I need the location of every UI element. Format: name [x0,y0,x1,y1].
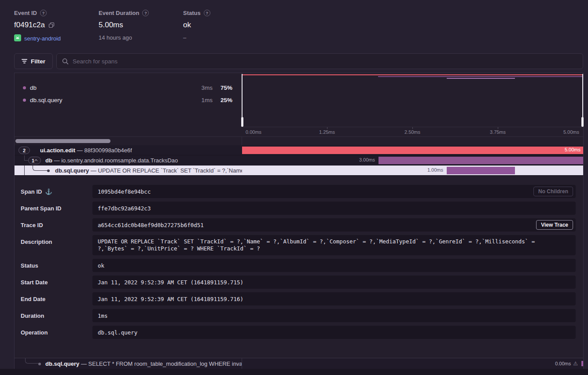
project-link[interactable]: sentry-android [24,35,61,42]
viewport-handle-left[interactable] [242,74,243,127]
span-details: Span ID ⚓ 1095bd4ef8e94bcc No Children P… [15,176,583,358]
detail-row-duration: Duration 1ms [15,309,583,322]
event-id-column: Event ID ? f0491c2a sentry-android [14,10,99,43]
event-duration-value: 5.00ms [99,21,123,29]
legend-row-db[interactable]: db 3ms 75% [15,81,242,94]
android-platform-icon [14,34,21,43]
span-row-select-query[interactable]: db.sql.query — SELECT * FROM room_table_… [15,358,583,369]
span-dot [38,363,41,365]
event-header: Event ID ? f0491c2a sentry-android Event… [14,10,210,43]
help-icon[interactable]: ? [204,10,210,16]
trace-overview: db 3ms 75% db.sql.query 1ms 25% 0.00ms 1… [15,73,583,136]
status-sub: – [183,34,186,41]
span-tree: 2 ui.action.edit — 88f300998a0b4e6f 5.00… [15,145,583,176]
axis-tick-label: 2.50ms [404,129,420,135]
bottom-strip [0,369,588,375]
trace-panel: db 3ms 75% db.sql.query 1ms 25% 0.00ms 1… [14,73,584,369]
view-trace-button[interactable]: View Trace [536,220,573,230]
span-search-box[interactable] [56,53,583,69]
span-description: UPDATE OR REPLACE `Track` SET `TrackId` … [98,167,242,174]
detail-row-end-date: End Date Jan 11, 2022 9:52:39 AM CET (16… [15,292,583,305]
event-duration-column: Event Duration ? 5.00ms 14 hours ago [99,10,183,43]
detail-row-start-date: Start Date Jan 11, 2022 9:52:39 AM CET (… [15,276,583,289]
operation-name: db.sql.query [30,97,192,103]
tree-scrollbar-track [15,136,583,145]
detail-row-parent-span-id: Parent Span ID ffe7dbc92a6942c3 [15,202,583,215]
operation-duration: 3ms [192,85,213,91]
tree-connector [24,165,25,175]
detail-row-trace-id: Trace ID a654cc61dc0b48ef9d0b27275b6f0d5… [15,218,583,232]
description-value: UPDATE OR REPLACE `Track` SET `TrackId` … [92,235,576,255]
axis-tick-label: 3.75ms [490,129,506,135]
minimap-span-line [242,74,583,75]
time-axis: 0.00ms 1.25ms 2.50ms 3.75ms 5.00ms [242,127,583,136]
filter-button-label: Filter [31,58,45,65]
span-operation: ui.action.edit [40,147,75,154]
search-icon [62,58,69,65]
span-duration-bar [581,361,583,366]
help-icon[interactable]: ? [40,10,47,16]
span-description: SELECT * FROM room_table_modification_lo… [88,360,242,367]
span-operation: db [45,157,52,164]
detail-label: End Date [21,296,45,302]
status-label: Status [183,10,201,16]
trace-minimap[interactable]: 0.00ms 1.25ms 2.50ms 3.75ms 5.00ms [242,73,583,136]
filter-icon [22,59,27,63]
viewport-handle-right[interactable] [582,74,583,127]
end-date-value: Jan 11, 2022 9:52:39 AM CET (1641891159.… [92,292,576,305]
operation-percentage: 75% [213,85,232,91]
event-duration-label: Event Duration [99,10,139,16]
children-count-pill[interactable]: 1 [28,157,41,164]
event-id-label: Event ID [14,10,37,16]
detail-label: Operation [21,329,48,336]
span-row-db[interactable]: 1 db — io.sentry.android.roomsample.data… [15,155,583,165]
span-dot [47,169,50,172]
span-duration-bar[interactable] [447,167,515,174]
legend-row-db-sql-query[interactable]: db.sql.query 1ms 25% [15,94,242,106]
detail-label: Trace ID [21,222,43,228]
tree-connector [25,358,38,364]
span-row-db-sql-query-selected[interactable]: db.sql.query — UPDATE OR REPLACE `Track`… [15,165,583,176]
spans-toolbar: Filter [14,53,583,69]
status-value-box: ok [92,259,576,272]
span-row-ui-action-edit[interactable]: 2 ui.action.edit — 88f300998a0b4e6f 5.00… [15,145,583,155]
operation-value: db.sql.query [92,326,576,339]
span-description: io.sentry.android.roomsample.data.Tracks… [61,157,178,164]
warning-icon: ⚠ [573,360,578,367]
tree-connector [24,160,28,161]
axis-tick-label: 1.25ms [319,129,335,135]
search-input[interactable] [73,58,577,65]
start-date-value: Jan 11, 2022 9:52:39 AM CET (1641891159.… [92,276,576,289]
span-operation: db.sql.query [45,360,79,367]
horizontal-scrollbar[interactable] [15,139,110,143]
minimap-span-line [378,76,583,77]
span-duration-bar[interactable] [379,157,583,164]
anchor-icon[interactable]: ⚓ [45,188,52,195]
column-divider [242,137,242,145]
operation-percentage: 25% [213,97,232,103]
span-id-value: 1095bd4ef8e94bcc No Children [92,185,576,198]
detail-label: Duration [21,312,44,319]
help-icon[interactable]: ? [142,10,149,16]
span-operation: db.sql.query [55,167,89,174]
chevron-up-icon [34,159,37,162]
span-duration-label: 3.00ms [359,157,375,162]
detail-label: Span ID [21,188,42,195]
event-id-value: f0491c2a [14,21,45,29]
detail-label: Description [21,239,52,245]
event-age: 14 hours ago [99,34,132,41]
detail-label: Status [21,262,38,269]
children-count-pill[interactable]: 2 [18,147,30,154]
trace-id-value: a654cc61dc0b48ef9d0b27275b6f0d51 View Tr… [92,218,576,232]
no-children-button[interactable]: No Children [533,187,573,196]
span-duration-bar[interactable] [242,147,583,154]
operation-name: db [30,85,192,91]
copy-icon[interactable] [48,22,55,28]
detail-label: Parent Span ID [21,205,61,212]
axis-tick-label: 0.00ms [246,129,261,135]
status-column: Status ? ok – [183,10,210,43]
filter-button[interactable]: Filter [14,53,53,69]
operation-color-dot [23,86,26,89]
operation-duration: 1ms [192,97,213,103]
detail-row-description: Description UPDATE OR REPLACE `Track` SE… [15,235,583,255]
